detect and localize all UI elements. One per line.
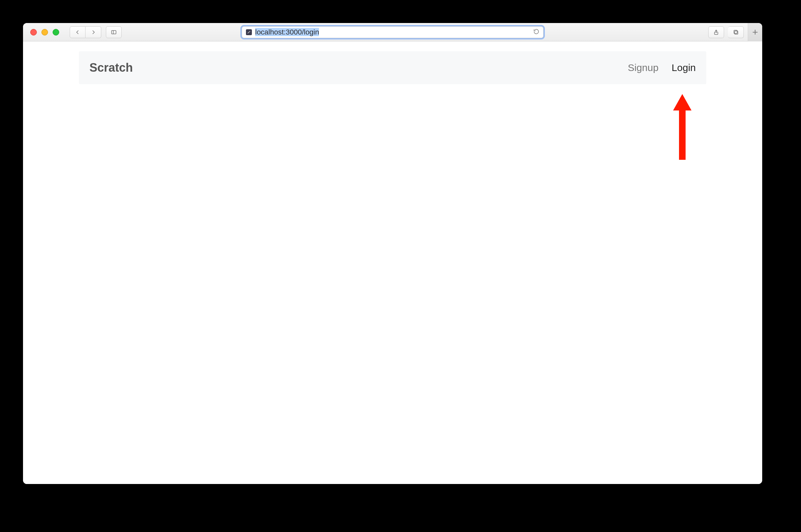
address-bar[interactable]: localhost:3000/login [242,26,543,38]
safari-window: localhost:3000/login + Scratch Signup [23,23,762,484]
svg-marker-5 [673,94,691,160]
url-value: localhost:3000/login [255,28,319,36]
sidebar-button[interactable] [106,26,122,38]
reload-button[interactable] [533,28,539,36]
login-link[interactable]: Login [672,62,696,73]
svg-rect-4 [734,30,737,34]
traffic-lights [30,29,59,36]
site-favicon [246,29,252,35]
nav-right: Signup Login [628,62,696,73]
window-zoom-button[interactable] [53,29,59,36]
tabs-button[interactable] [728,26,744,38]
forward-button[interactable] [85,26,101,38]
window-minimize-button[interactable] [41,29,48,36]
app-navbar: Scratch Signup Login [79,51,706,84]
window-close-button[interactable] [30,29,37,36]
browser-toolbar: localhost:3000/login + [23,23,762,41]
annotation-arrow [672,94,692,160]
address-bar-wrap: localhost:3000/login [242,26,543,38]
url-text: localhost:3000/login [255,28,319,37]
svg-rect-3 [735,31,738,34]
nav-back-forward-group [70,26,101,38]
share-button[interactable] [708,26,724,38]
signup-link[interactable]: Signup [628,62,658,73]
toolbar-right: + [708,23,762,41]
back-button[interactable] [70,26,85,38]
sidebar-toggle-group [106,26,122,38]
new-tab-button[interactable]: + [748,23,762,41]
svg-rect-0 [112,30,116,34]
page-viewport: Scratch Signup Login [23,41,762,484]
brand[interactable]: Scratch [90,61,133,75]
